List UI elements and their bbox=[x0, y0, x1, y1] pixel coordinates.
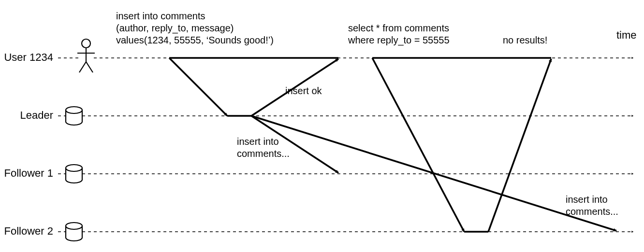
lane-label-user: User 1234 bbox=[4, 51, 53, 63]
text-insert-line3: values(1234, 55555, ‘Sounds good!’) bbox=[116, 35, 274, 45]
svg-point-0 bbox=[82, 39, 90, 48]
database-icon-follower1 bbox=[66, 165, 82, 183]
user-icon bbox=[77, 39, 95, 72]
lane-label-leader: Leader bbox=[20, 109, 53, 121]
arrow-user-to-leader-insert bbox=[169, 58, 227, 116]
database-icon-leader bbox=[66, 107, 82, 125]
svg-point-6 bbox=[66, 165, 82, 171]
text-insert-line1: insert into comments bbox=[116, 11, 205, 21]
text-select-line2: where reply_to = 55555 bbox=[348, 35, 450, 46]
svg-point-7 bbox=[66, 223, 82, 229]
text-fwd-line1: insert into bbox=[237, 136, 279, 147]
text-late-line1: insert into bbox=[566, 194, 608, 205]
svg-line-4 bbox=[86, 62, 93, 72]
lane-label-follower2: Follower 2 bbox=[4, 225, 53, 237]
database-icon-follower2 bbox=[66, 223, 82, 241]
text-insert-ok: insert ok bbox=[285, 85, 322, 96]
axis-label-time: time bbox=[616, 29, 637, 41]
text-late-line2: comments... bbox=[566, 206, 618, 217]
arrow-follower2-to-user-noresults bbox=[488, 59, 551, 232]
text-no-results: no results! bbox=[503, 35, 547, 45]
lane-label-follower1: Follower 1 bbox=[4, 167, 53, 179]
svg-line-3 bbox=[79, 62, 86, 72]
svg-point-5 bbox=[66, 107, 82, 113]
text-select-line1: select * from comments bbox=[348, 23, 449, 33]
text-fwd-line2: comments... bbox=[237, 148, 290, 159]
text-insert-line2: (author, reply_to, message) bbox=[116, 23, 234, 34]
arrow-user-to-follower2-select bbox=[372, 58, 464, 232]
